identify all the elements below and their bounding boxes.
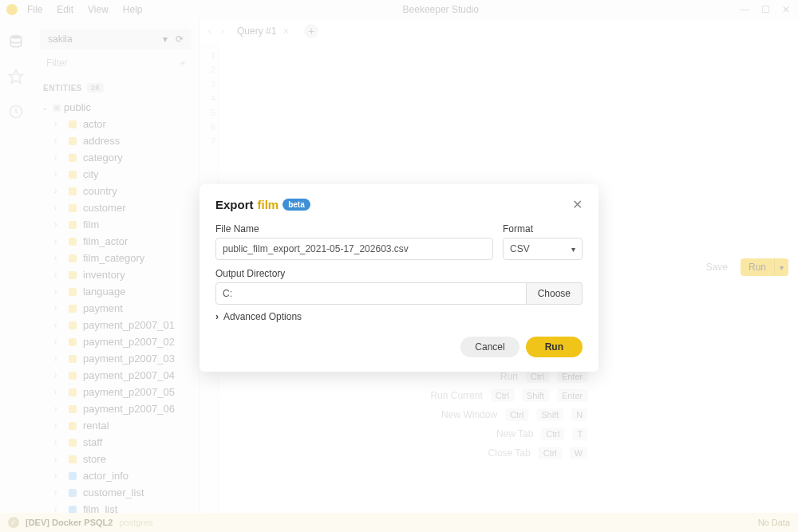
chevron-down-icon: ▾ (571, 245, 575, 254)
output-dir-input[interactable] (215, 282, 527, 305)
export-modal: Export film beta ✕ File Name Format CSV … (200, 184, 598, 372)
cancel-button[interactable]: Cancel (460, 337, 519, 357)
advanced-options-label: Advanced Options (223, 311, 302, 322)
format-label: Format (503, 223, 583, 234)
file-name-label: File Name (215, 223, 493, 234)
advanced-options-toggle[interactable]: › Advanced Options (215, 311, 583, 322)
chevron-right-icon: › (215, 311, 219, 322)
file-name-input[interactable] (215, 238, 493, 260)
format-select[interactable]: CSV ▾ (503, 238, 583, 260)
modal-title-prefix: Export (215, 198, 254, 211)
format-value: CSV (510, 243, 530, 254)
beta-badge: beta (282, 199, 310, 211)
output-dir-label: Output Directory (215, 268, 583, 279)
modal-title-entity: film (258, 198, 279, 211)
choose-button[interactable]: Choose (527, 282, 583, 305)
modal-title: Export film beta (215, 198, 310, 211)
run-export-button[interactable]: Run (526, 337, 583, 357)
modal-close-icon[interactable]: ✕ (572, 197, 583, 212)
